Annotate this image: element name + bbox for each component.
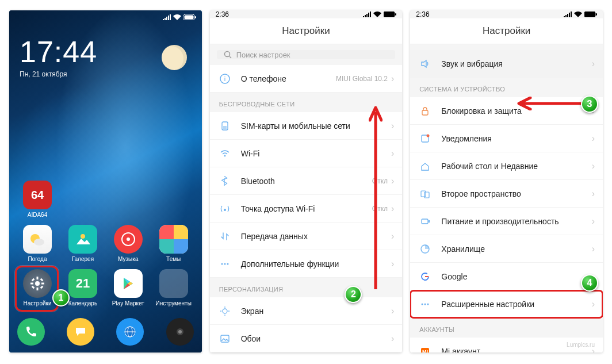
app-tools-folder[interactable]: Инструменты xyxy=(154,269,194,306)
svg-point-22 xyxy=(178,330,182,334)
app-label: Галерея xyxy=(72,256,94,262)
svg-rect-2 xyxy=(195,16,196,18)
personal-row-0[interactable]: Экран› xyxy=(210,297,403,325)
svg-rect-16 xyxy=(32,286,35,289)
app-play-store[interactable]: Play Маркет xyxy=(108,269,148,306)
system-row-5[interactable]: Хранилище› xyxy=(410,235,603,263)
system-row-7[interactable]: Расширенные настройки› xyxy=(410,290,603,318)
dock-messages[interactable] xyxy=(67,318,94,346)
play-icon xyxy=(114,269,143,298)
search-icon xyxy=(224,51,232,59)
settings-title: Настройки xyxy=(410,18,603,44)
home-row-1: 64 AIDA64 xyxy=(17,181,194,218)
row-about-phone[interactable]: i О телефоне MIUI Global 10.2 › xyxy=(210,65,403,93)
weather-widget[interactable] xyxy=(162,45,187,70)
status-bar: 2:36 xyxy=(410,10,603,18)
app-settings[interactable]: Настройки xyxy=(17,269,58,306)
more-icon xyxy=(219,258,231,270)
row-label: Bluetooth xyxy=(241,177,372,186)
home-row-3: Настройки 21 Календарь Play Маркет xyxy=(17,269,194,306)
themes-icon xyxy=(159,225,188,254)
svg-rect-25 xyxy=(395,13,396,16)
bt-icon xyxy=(219,175,231,187)
dock xyxy=(9,318,202,352)
app-themes[interactable]: Темы xyxy=(154,225,194,262)
app-weather[interactable]: Погода xyxy=(17,225,58,262)
system-row-2[interactable]: Рабочий стол и Недавние› xyxy=(410,152,603,180)
row-label: Экран xyxy=(241,306,391,316)
wireless-row-0[interactable]: SIM-карты и мобильные сети› xyxy=(210,112,403,140)
app-aida64[interactable]: 64 AIDA64 xyxy=(17,181,58,218)
row-sound[interactable]: Звук и вибрация › xyxy=(410,50,603,78)
svg-point-32 xyxy=(224,155,225,156)
dock-camera[interactable] xyxy=(166,318,194,346)
app-label: Погода xyxy=(28,256,47,262)
wireless-row-1[interactable]: Wi-Fi› xyxy=(210,140,403,167)
row-value: MIUI Global 10.2 xyxy=(336,75,388,83)
signal-icon xyxy=(564,12,572,17)
signal-icon xyxy=(163,14,171,20)
row-label: Дополнительные функции xyxy=(241,259,391,269)
step-badge-1: 1 xyxy=(52,289,70,306)
wifi-icon xyxy=(373,12,381,17)
svg-point-37 xyxy=(223,309,227,313)
chevron-right-icon: › xyxy=(391,176,394,186)
wireless-row-5[interactable]: Дополнительные функции› xyxy=(210,250,403,278)
svg-rect-31 xyxy=(223,126,227,129)
row-label: Звук и вибрация xyxy=(441,59,591,68)
battery-icon xyxy=(384,12,396,17)
system-row-4[interactable]: Питание и производительность› xyxy=(410,208,603,235)
system-row-0[interactable]: Блокировка и защита› xyxy=(410,97,603,125)
lock-icon xyxy=(419,105,431,117)
wireless-row-3[interactable]: Точка доступа Wi-FiОткл› xyxy=(210,195,403,223)
sound-list: Звук и вибрация › xyxy=(410,50,603,78)
svg-rect-42 xyxy=(221,335,229,342)
svg-rect-11 xyxy=(30,283,33,285)
chevron-right-icon: › xyxy=(391,204,394,214)
wireless-list: SIM-карты и мобильные сети›Wi-Fi›Bluetoo… xyxy=(210,112,403,278)
row-label: Расширенные настройки xyxy=(441,300,591,309)
svg-rect-14 xyxy=(40,286,44,289)
svg-rect-12 xyxy=(41,283,44,285)
row-label: Wi-Fi xyxy=(241,149,388,158)
chevron-right-icon: › xyxy=(391,121,394,131)
status-time: 2:36 xyxy=(216,10,229,18)
home-grid: 64 AIDA64 Погода Галерея xyxy=(9,181,202,318)
phone-settings-main: 2:36 Настройки Поиск настроек i О телефо… xyxy=(210,10,403,352)
personalization-list: Экран›Обои› xyxy=(210,297,403,352)
app-label: Play Маркет xyxy=(112,300,144,306)
chevron-right-icon: › xyxy=(592,299,595,309)
chevron-right-icon: › xyxy=(592,244,595,254)
svg-point-55 xyxy=(424,303,426,305)
wireless-row-4[interactable]: Передача данных› xyxy=(210,223,403,250)
app-gallery[interactable]: Галерея xyxy=(63,225,103,262)
wireless-row-2[interactable]: BluetoothОткл› xyxy=(210,167,403,195)
svg-point-48 xyxy=(427,134,430,137)
chevron-right-icon: › xyxy=(391,148,394,159)
app-label: Инструменты xyxy=(155,300,191,306)
battery-icon xyxy=(419,216,431,227)
personal-row-1[interactable]: Обои› xyxy=(210,325,403,352)
app-music[interactable]: Музыка xyxy=(108,225,148,262)
search-placeholder: Поиск настроек xyxy=(236,51,290,59)
system-row-6[interactable]: Google› xyxy=(410,263,603,290)
section-accounts: АККАУНТЫ xyxy=(410,318,603,338)
settings-list: i О телефоне MIUI Global 10.2 › xyxy=(210,65,403,93)
settings-search[interactable]: Поиск настроек xyxy=(217,50,396,59)
chevron-right-icon: › xyxy=(592,59,595,69)
battery-icon xyxy=(584,12,597,17)
system-row-3[interactable]: Второе пространство› xyxy=(410,180,603,208)
system-row-1[interactable]: Уведомления› xyxy=(410,125,603,152)
svg-line-27 xyxy=(230,56,231,58)
dock-browser[interactable] xyxy=(116,318,144,346)
folder-icon xyxy=(159,269,188,298)
svg-point-26 xyxy=(224,52,230,57)
svg-point-34 xyxy=(221,263,223,265)
svg-rect-15 xyxy=(40,278,44,282)
chevron-right-icon: › xyxy=(391,306,394,316)
app-label: Календарь xyxy=(68,300,97,306)
dock-phone[interactable] xyxy=(17,318,45,346)
status-bar xyxy=(9,10,202,24)
weather-icon xyxy=(23,225,52,254)
chevron-right-icon: › xyxy=(592,161,595,171)
